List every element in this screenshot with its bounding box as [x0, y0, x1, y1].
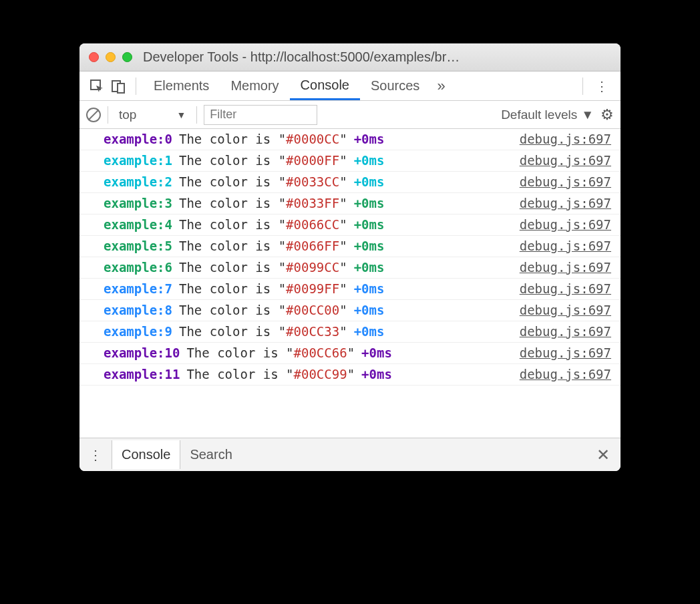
devtools-tabbar: ElementsMemoryConsoleSources » ⋮ — [79, 71, 621, 101]
log-row: example:6The color is "#0099CC"+0msdebug… — [79, 257, 621, 279]
gear-icon[interactable]: ⚙ — [600, 106, 614, 124]
device-toggle-icon[interactable] — [108, 76, 129, 97]
tab-console[interactable]: Console — [290, 71, 360, 100]
log-source-link[interactable]: debug.js:697 — [520, 197, 611, 210]
levels-label: Default levels — [501, 108, 577, 122]
console-log-area[interactable]: example:0The color is "#0000CC"+0msdebug… — [79, 129, 621, 438]
log-timing: +0ms — [354, 197, 385, 210]
log-source-link[interactable]: debug.js:697 — [520, 283, 611, 295]
log-row: example:11The color is "#00CC99"+0msdebu… — [79, 364, 621, 386]
log-message: The color is "#0099CC" — [179, 261, 347, 274]
log-timing: +0ms — [354, 261, 385, 274]
drawer: ⋮ Console Search ✕ — [79, 438, 621, 471]
log-source-link[interactable]: debug.js:697 — [520, 218, 611, 231]
log-message: The color is "#0033CC" — [179, 176, 347, 188]
close-icon[interactable] — [89, 52, 99, 62]
log-timing: +0ms — [361, 368, 392, 381]
log-source-link[interactable]: debug.js:697 — [520, 133, 611, 146]
tabs: ElementsMemoryConsoleSources — [143, 71, 430, 100]
tab-elements[interactable]: Elements — [143, 71, 220, 100]
log-namespace: example:8 — [104, 304, 172, 317]
log-message: The color is "#0066CC" — [179, 218, 347, 231]
log-row: example:9The color is "#00CC33"+0msdebug… — [79, 321, 621, 343]
log-namespace: example:10 — [104, 347, 180, 359]
log-message: The color is "#0099FF" — [179, 283, 347, 295]
log-source-link[interactable]: debug.js:697 — [520, 176, 611, 188]
context-label: top — [119, 108, 136, 122]
log-namespace: example:1 — [104, 154, 172, 167]
filter-input[interactable] — [204, 105, 317, 125]
log-source-link[interactable]: debug.js:697 — [520, 368, 611, 381]
svg-rect-2 — [118, 84, 124, 93]
inspect-icon[interactable] — [86, 76, 108, 97]
log-source-link[interactable]: debug.js:697 — [520, 304, 611, 317]
log-timing: +0ms — [354, 133, 385, 146]
maximize-icon[interactable] — [122, 52, 132, 62]
chevron-down-icon: ▼ — [176, 110, 186, 120]
log-row: example:5The color is "#0066FF"+0msdebug… — [79, 236, 621, 257]
context-selector[interactable]: top ▼ — [115, 108, 190, 122]
log-message: The color is "#0000FF" — [179, 154, 347, 167]
log-source-link[interactable]: debug.js:697 — [520, 240, 611, 253]
chevron-down-icon: ▼ — [581, 108, 594, 122]
console-filterbar: top ▼ Default levels ▼ ⚙ — [79, 101, 621, 129]
log-timing: +0ms — [354, 325, 385, 338]
log-timing: +0ms — [354, 218, 385, 231]
log-message: The color is "#0000CC" — [179, 133, 347, 146]
log-row: example:8The color is "#00CC00"+0msdebug… — [79, 300, 621, 321]
log-namespace: example:7 — [104, 283, 172, 295]
minimize-icon[interactable] — [106, 52, 116, 62]
clear-console-icon[interactable] — [86, 108, 101, 122]
log-namespace: example:6 — [104, 261, 172, 274]
log-message: The color is "#00CC99" — [186, 368, 355, 381]
window-controls — [89, 52, 132, 62]
log-timing: +0ms — [354, 283, 385, 295]
close-icon[interactable]: ✕ — [586, 446, 621, 464]
log-message: The color is "#00CC00" — [179, 304, 347, 317]
log-row: example:1The color is "#0000FF"+0msdebug… — [79, 150, 621, 172]
kebab-menu-icon[interactable]: ⋮ — [590, 78, 614, 94]
tabs-overflow-icon[interactable]: » — [430, 78, 452, 95]
log-namespace: example:0 — [104, 133, 172, 146]
log-row: example:10The color is "#00CC66"+0msdebu… — [79, 343, 621, 364]
divider — [136, 78, 136, 95]
log-source-link[interactable]: debug.js:697 — [520, 325, 611, 338]
drawer-tab-console[interactable]: Console — [112, 440, 180, 469]
devtools-window: Developer Tools - http://localhost:5000/… — [79, 43, 621, 471]
log-timing: +0ms — [354, 240, 385, 253]
log-namespace: example:5 — [104, 240, 172, 253]
divider — [196, 106, 197, 124]
titlebar: Developer Tools - http://localhost:5000/… — [79, 43, 621, 71]
log-row: example:4The color is "#0066CC"+0msdebug… — [79, 214, 621, 236]
divider — [582, 78, 583, 95]
log-namespace: example:3 — [104, 197, 172, 210]
log-source-link[interactable]: debug.js:697 — [520, 347, 611, 359]
log-row: example:7The color is "#0099FF"+0msdebug… — [79, 279, 621, 300]
tab-memory[interactable]: Memory — [220, 71, 289, 100]
drawer-tab-search[interactable]: Search — [180, 440, 241, 469]
log-timing: +0ms — [361, 347, 392, 359]
log-row: example:2The color is "#0033CC"+0msdebug… — [79, 172, 621, 193]
log-source-link[interactable]: debug.js:697 — [520, 261, 611, 274]
tab-sources[interactable]: Sources — [360, 71, 430, 100]
log-namespace: example:4 — [104, 218, 172, 231]
log-row: example:3The color is "#0033FF"+0msdebug… — [79, 193, 621, 214]
log-namespace: example:9 — [104, 325, 172, 338]
log-message: The color is "#00CC66" — [186, 347, 355, 359]
log-row: example:0The color is "#0000CC"+0msdebug… — [79, 129, 621, 150]
log-timing: +0ms — [354, 304, 385, 317]
log-message: The color is "#00CC33" — [179, 325, 347, 338]
log-timing: +0ms — [354, 176, 385, 188]
log-timing: +0ms — [354, 154, 385, 167]
log-message: The color is "#0066FF" — [179, 240, 347, 253]
drawer-menu-icon[interactable]: ⋮ — [79, 447, 112, 463]
log-namespace: example:2 — [104, 176, 172, 188]
window-title: Developer Tools - http://localhost:5000/… — [143, 49, 611, 65]
log-message: The color is "#0033FF" — [179, 197, 347, 210]
log-levels-selector[interactable]: Default levels ▼ — [501, 108, 594, 122]
divider — [108, 106, 108, 124]
log-source-link[interactable]: debug.js:697 — [520, 154, 611, 167]
log-namespace: example:11 — [104, 368, 180, 381]
